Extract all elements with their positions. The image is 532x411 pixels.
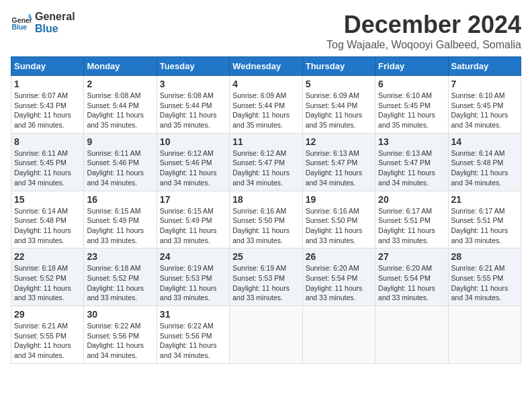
- day-info: Sunrise: 6:17 AMSunset: 5:51 PMDaylight:…: [451, 206, 518, 246]
- calendar-cell: 13 Sunrise: 6:13 AMSunset: 5:47 PMDaylig…: [375, 133, 448, 191]
- calendar-cell: 3 Sunrise: 6:08 AMSunset: 5:44 PMDayligh…: [157, 76, 229, 134]
- svg-text:Blue: Blue: [12, 24, 28, 31]
- day-info: Sunrise: 6:16 AMSunset: 5:50 PMDaylight:…: [306, 206, 372, 246]
- day-number: 18: [232, 194, 299, 205]
- page-header: General Blue General Blue December 2024 …: [11, 11, 521, 51]
- day-info: Sunrise: 6:10 AMSunset: 5:45 PMDaylight:…: [378, 91, 445, 130]
- day-info: Sunrise: 6:16 AMSunset: 5:50 PMDaylight:…: [232, 206, 299, 246]
- day-number: 19: [306, 194, 372, 205]
- day-info: Sunrise: 6:19 AMSunset: 5:53 PMDaylight:…: [160, 263, 226, 303]
- day-number: 5: [306, 79, 372, 89]
- day-number: 31: [160, 309, 226, 320]
- day-info: Sunrise: 6:19 AMSunset: 5:53 PMDaylight:…: [232, 263, 299, 303]
- header-thursday: Thursday: [302, 57, 375, 76]
- calendar-cell: 2 Sunrise: 6:08 AMSunset: 5:44 PMDayligh…: [84, 76, 157, 134]
- calendar-week-row: 22 Sunrise: 6:18 AMSunset: 5:52 PMDaylig…: [11, 248, 521, 306]
- calendar-week-row: 1 Sunrise: 6:07 AMSunset: 5:43 PMDayligh…: [11, 76, 521, 134]
- calendar-week-row: 8 Sunrise: 6:11 AMSunset: 5:45 PMDayligh…: [11, 133, 521, 191]
- calendar-table: SundayMondayTuesdayWednesdayThursdayFrid…: [11, 56, 521, 364]
- day-number: 25: [232, 251, 299, 262]
- calendar-cell: 24 Sunrise: 6:19 AMSunset: 5:53 PMDaylig…: [157, 248, 229, 306]
- day-info: Sunrise: 6:09 AMSunset: 5:44 PMDaylight:…: [232, 91, 299, 130]
- day-number: 27: [378, 251, 445, 262]
- day-number: 17: [160, 194, 226, 205]
- logo-line2: Blue: [35, 23, 75, 35]
- calendar-cell: 16 Sunrise: 6:15 AMSunset: 5:49 PMDaylig…: [84, 191, 157, 248]
- day-info: Sunrise: 6:13 AMSunset: 5:47 PMDaylight:…: [378, 148, 445, 188]
- day-info: Sunrise: 6:18 AMSunset: 5:52 PMDaylight:…: [87, 263, 153, 303]
- day-number: 15: [14, 194, 81, 205]
- calendar-cell: 21 Sunrise: 6:17 AMSunset: 5:51 PMDaylig…: [448, 191, 521, 248]
- day-number: 9: [87, 136, 153, 147]
- day-number: 11: [232, 136, 299, 147]
- calendar-cell: 30 Sunrise: 6:22 AMSunset: 5:56 PMDaylig…: [84, 306, 157, 364]
- calendar-cell: [230, 306, 302, 364]
- day-number: 7: [451, 79, 518, 89]
- day-number: 12: [306, 136, 372, 147]
- calendar-cell: 14 Sunrise: 6:14 AMSunset: 5:48 PMDaylig…: [448, 133, 521, 191]
- day-info: Sunrise: 6:08 AMSunset: 5:44 PMDaylight:…: [87, 91, 153, 130]
- calendar-cell: 29 Sunrise: 6:21 AMSunset: 5:55 PMDaylig…: [11, 306, 84, 364]
- day-info: Sunrise: 6:22 AMSunset: 5:56 PMDaylight:…: [160, 321, 226, 361]
- day-number: 29: [14, 309, 81, 320]
- day-info: Sunrise: 6:18 AMSunset: 5:52 PMDaylight:…: [14, 263, 81, 303]
- day-number: 1: [14, 79, 81, 89]
- day-number: 8: [14, 136, 81, 147]
- day-info: Sunrise: 6:14 AMSunset: 5:48 PMDaylight:…: [451, 148, 518, 188]
- day-info: Sunrise: 6:10 AMSunset: 5:45 PMDaylight:…: [451, 91, 518, 130]
- day-info: Sunrise: 6:15 AMSunset: 5:49 PMDaylight:…: [87, 206, 153, 246]
- title-area: December 2024 Tog Wajaale, Woqooyi Galbe…: [326, 11, 521, 51]
- location-title: Tog Wajaale, Woqooyi Galbeed, Somalia: [326, 39, 521, 51]
- calendar-cell: 5 Sunrise: 6:09 AMSunset: 5:44 PMDayligh…: [302, 76, 375, 134]
- day-info: Sunrise: 6:20 AMSunset: 5:54 PMDaylight:…: [306, 263, 372, 303]
- day-info: Sunrise: 6:13 AMSunset: 5:47 PMDaylight:…: [306, 148, 372, 188]
- calendar-cell: 10 Sunrise: 6:12 AMSunset: 5:46 PMDaylig…: [157, 133, 229, 191]
- header-saturday: Saturday: [448, 57, 521, 76]
- day-number: 22: [14, 251, 81, 262]
- day-info: Sunrise: 6:14 AMSunset: 5:48 PMDaylight:…: [14, 206, 81, 246]
- day-number: 14: [451, 136, 518, 147]
- calendar-cell: 11 Sunrise: 6:12 AMSunset: 5:47 PMDaylig…: [230, 133, 302, 191]
- calendar-cell: 17 Sunrise: 6:15 AMSunset: 5:49 PMDaylig…: [157, 191, 229, 248]
- day-number: 10: [160, 136, 226, 147]
- calendar-cell: 19 Sunrise: 6:16 AMSunset: 5:50 PMDaylig…: [302, 191, 375, 248]
- day-number: 30: [87, 309, 153, 320]
- calendar-header-row: SundayMondayTuesdayWednesdayThursdayFrid…: [11, 57, 521, 76]
- day-info: Sunrise: 6:12 AMSunset: 5:46 PMDaylight:…: [160, 148, 226, 188]
- day-number: 26: [306, 251, 372, 262]
- calendar-cell: 20 Sunrise: 6:17 AMSunset: 5:51 PMDaylig…: [375, 191, 448, 248]
- calendar-cell: 18 Sunrise: 6:16 AMSunset: 5:50 PMDaylig…: [230, 191, 302, 248]
- calendar-cell: [375, 306, 448, 364]
- month-title: December 2024: [326, 11, 521, 39]
- day-info: Sunrise: 6:09 AMSunset: 5:44 PMDaylight:…: [306, 91, 372, 130]
- calendar-cell: 6 Sunrise: 6:10 AMSunset: 5:45 PMDayligh…: [375, 76, 448, 134]
- day-info: Sunrise: 6:08 AMSunset: 5:44 PMDaylight:…: [160, 91, 226, 130]
- calendar-cell: 4 Sunrise: 6:09 AMSunset: 5:44 PMDayligh…: [230, 76, 302, 134]
- day-info: Sunrise: 6:11 AMSunset: 5:45 PMDaylight:…: [14, 148, 81, 188]
- calendar-cell: 8 Sunrise: 6:11 AMSunset: 5:45 PMDayligh…: [11, 133, 84, 191]
- day-number: 2: [87, 79, 153, 89]
- logo-icon: General Blue: [11, 12, 32, 34]
- calendar-cell: 26 Sunrise: 6:20 AMSunset: 5:54 PMDaylig…: [302, 248, 375, 306]
- svg-text:General: General: [12, 17, 32, 24]
- header-wednesday: Wednesday: [230, 57, 302, 76]
- calendar-week-row: 29 Sunrise: 6:21 AMSunset: 5:55 PMDaylig…: [11, 306, 521, 364]
- logo-line1: General: [35, 11, 75, 23]
- day-number: 6: [378, 79, 445, 89]
- day-info: Sunrise: 6:07 AMSunset: 5:43 PMDaylight:…: [14, 91, 81, 130]
- calendar-cell: 7 Sunrise: 6:10 AMSunset: 5:45 PMDayligh…: [448, 76, 521, 134]
- calendar-cell: 23 Sunrise: 6:18 AMSunset: 5:52 PMDaylig…: [84, 248, 157, 306]
- day-info: Sunrise: 6:12 AMSunset: 5:47 PMDaylight:…: [232, 148, 299, 188]
- day-number: 3: [160, 79, 226, 89]
- header-sunday: Sunday: [11, 57, 84, 76]
- day-info: Sunrise: 6:17 AMSunset: 5:51 PMDaylight:…: [378, 206, 445, 246]
- day-number: 20: [378, 194, 445, 205]
- day-info: Sunrise: 6:11 AMSunset: 5:46 PMDaylight:…: [87, 148, 153, 188]
- calendar-cell: 15 Sunrise: 6:14 AMSunset: 5:48 PMDaylig…: [11, 191, 84, 248]
- header-friday: Friday: [375, 57, 448, 76]
- day-number: 23: [87, 251, 153, 262]
- calendar-cell: 31 Sunrise: 6:22 AMSunset: 5:56 PMDaylig…: [157, 306, 229, 364]
- calendar-cell: 25 Sunrise: 6:19 AMSunset: 5:53 PMDaylig…: [230, 248, 302, 306]
- day-number: 21: [451, 194, 518, 205]
- calendar-cell: [448, 306, 521, 364]
